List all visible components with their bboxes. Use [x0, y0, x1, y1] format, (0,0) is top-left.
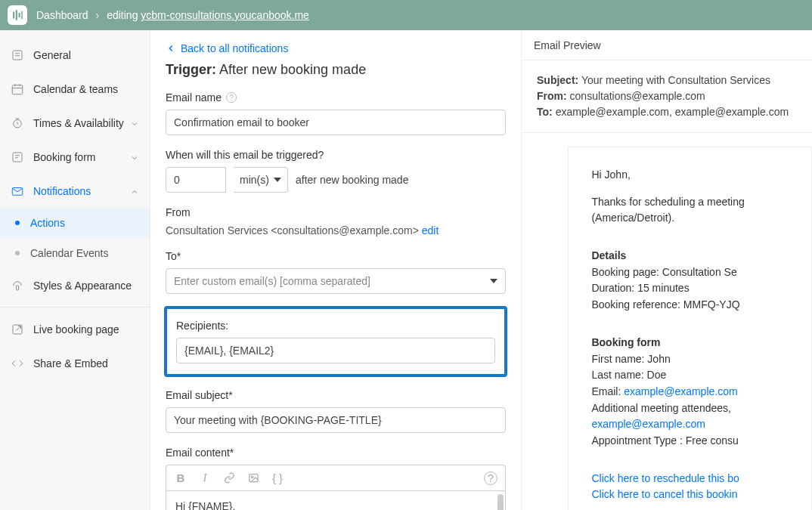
svg-rect-16: [17, 286, 19, 290]
sidebar-label: Share & Embed: [33, 357, 108, 369]
italic-icon[interactable]: I: [198, 471, 212, 485]
sidebar: General Calendar & teams Times & Availab…: [0, 30, 150, 510]
form-icon: [11, 150, 24, 164]
preview-pane: Email Preview Subject: Your meeting with…: [521, 30, 812, 510]
email-name-label: Email name ?: [166, 91, 506, 104]
bullet-icon: [15, 221, 20, 225]
content-label: Email content*: [166, 447, 506, 459]
svg-point-21: [251, 476, 253, 478]
from-label: From: [166, 206, 506, 218]
logo-icon: [8, 5, 27, 25]
svg-marker-19: [490, 279, 497, 283]
trigger-after-text: after new booking made: [296, 174, 408, 186]
sidebar-subitem-actions[interactable]: Actions: [0, 208, 150, 238]
when-triggered-label: When will this email be triggered?: [166, 149, 506, 161]
back-to-notifications-link[interactable]: Back to all notifications: [166, 42, 506, 54]
preview-meta: Subject: Your meeting with Consultation …: [522, 60, 812, 133]
sidebar-item-live-page[interactable]: Live booking page: [0, 312, 150, 346]
svg-rect-1: [16, 10, 17, 20]
calendar-icon: [11, 82, 24, 96]
link-icon[interactable]: [222, 471, 236, 485]
sidebar-label: Calendar Events: [30, 247, 109, 259]
sidebar-item-general[interactable]: General: [0, 38, 150, 72]
chevron-down-icon: [130, 119, 139, 128]
sidebar-label: Times & Availability: [33, 117, 124, 129]
breadcrumb-dashboard[interactable]: Dashboard: [36, 9, 88, 21]
sidebar-label: Booking form: [33, 151, 95, 163]
editor-toolbar: B I { } ?: [166, 465, 506, 490]
trigger-delay-input[interactable]: [166, 167, 226, 193]
clock-icon: [11, 116, 24, 130]
from-edit-link[interactable]: edit: [422, 224, 439, 236]
svg-rect-7: [12, 85, 23, 94]
preview-email-link[interactable]: example@example.com: [624, 385, 737, 397]
divider: [0, 307, 150, 308]
gear-icon: [11, 48, 24, 62]
email-name-input[interactable]: [166, 110, 506, 135]
chevron-down-icon: [130, 153, 139, 162]
chevron-right-icon: ›: [96, 9, 100, 21]
to-select[interactable]: Enter custom email(s) [comma separated]: [166, 268, 506, 294]
preview-body: Hi John, Thanks for scheduling a meeting…: [568, 147, 812, 510]
help-icon[interactable]: ?: [226, 92, 237, 103]
scrollbar[interactable]: [497, 494, 504, 510]
svg-rect-2: [19, 13, 20, 17]
cancel-link[interactable]: Click here to cancel this bookin: [591, 488, 737, 500]
topbar: Dashboard › editing ycbm-consultations.y…: [0, 0, 812, 30]
sidebar-item-booking-form[interactable]: Booking form: [0, 140, 150, 174]
recipients-label: Recipients:: [176, 320, 495, 332]
image-icon[interactable]: [246, 471, 260, 485]
chevron-up-icon: [130, 187, 139, 196]
recipients-highlight: Recipients:: [164, 306, 507, 377]
sidebar-item-styles[interactable]: Styles & Appearance: [0, 268, 150, 302]
svg-rect-4: [13, 51, 22, 60]
external-link-icon: [11, 323, 24, 336]
sidebar-item-calendar-teams[interactable]: Calendar & teams: [0, 72, 150, 106]
preview-email2-link[interactable]: example@example.com: [591, 418, 705, 430]
trigger-unit-select[interactable]: min(s): [234, 167, 288, 193]
sidebar-label: General: [33, 49, 71, 61]
subject-input[interactable]: [166, 407, 506, 433]
chevron-left-icon: [166, 43, 176, 54]
sidebar-label: Calendar & teams: [33, 83, 118, 95]
content-editor[interactable]: Hi {FNAME}, Thanks for scheduling a meet…: [166, 490, 506, 510]
sidebar-label: Styles & Appearance: [33, 280, 132, 292]
code-braces-icon[interactable]: { }: [271, 471, 284, 485]
code-icon: [11, 357, 24, 370]
caret-down-icon: [274, 176, 281, 184]
bullet-icon: [15, 251, 20, 255]
bold-icon[interactable]: B: [174, 471, 188, 485]
mail-icon: [11, 184, 24, 198]
sidebar-item-share-embed[interactable]: Share & Embed: [0, 346, 150, 380]
svg-marker-18: [274, 178, 281, 182]
recipients-input[interactable]: [176, 338, 495, 363]
back-link-label: Back to all notifications: [181, 42, 288, 54]
sidebar-label: Live booking page: [33, 323, 119, 335]
sidebar-label: Actions: [30, 217, 65, 229]
to-label: To*: [166, 250, 506, 262]
preview-header: Email Preview: [522, 30, 812, 60]
breadcrumb-page-url[interactable]: ycbm-consultations.youcanbook.me: [141, 9, 309, 21]
svg-rect-0: [13, 12, 14, 19]
paint-icon: [11, 279, 24, 292]
sidebar-item-times-availability[interactable]: Times & Availability: [0, 106, 150, 140]
sidebar-item-notifications[interactable]: Notifications: [0, 174, 150, 208]
trigger-heading: Trigger: After new booking made: [166, 62, 506, 78]
svg-rect-3: [21, 11, 23, 20]
help-icon[interactable]: ?: [484, 471, 497, 485]
subject-label: Email subject*: [166, 389, 506, 401]
breadcrumb-editing: editing: [107, 9, 138, 21]
sidebar-subitem-calendar-events[interactable]: Calendar Events: [0, 238, 150, 268]
caret-down-icon: [490, 277, 497, 285]
sidebar-label: Notifications: [33, 185, 91, 197]
from-value: Consultation Services <consultations@exa…: [166, 224, 506, 236]
form-pane: Back to all notifications Trigger: After…: [150, 30, 521, 510]
svg-rect-12: [13, 153, 22, 162]
reschedule-link[interactable]: Click here to reschedule this bo: [591, 472, 739, 484]
